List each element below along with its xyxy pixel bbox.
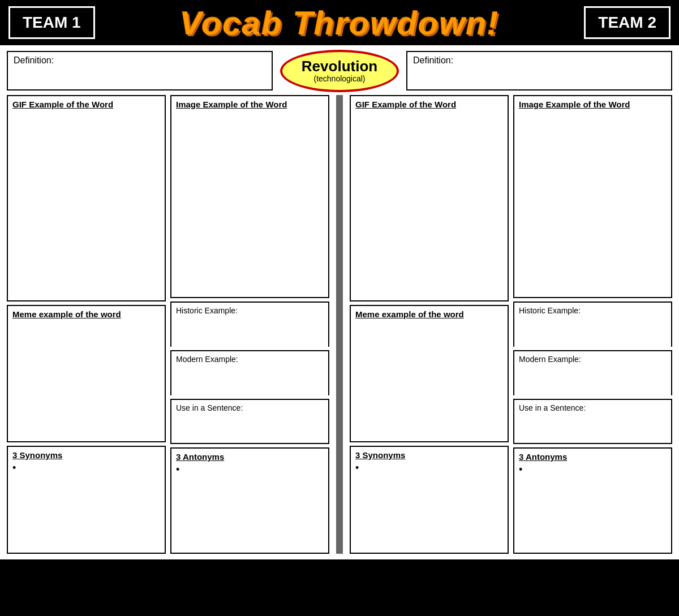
team1-left-col: GIF Example of the Word Meme example of … bbox=[7, 95, 166, 554]
team1-antonyms-cell[interactable]: 3 Antonyms bbox=[170, 447, 329, 554]
team2-meme-label: Meme example of the word bbox=[355, 309, 503, 319]
team1-synonym-1 bbox=[12, 462, 160, 474]
team1-modern-cell[interactable]: Modern Example: bbox=[170, 350, 329, 395]
team1-synonyms-label: 3 Synonyms bbox=[12, 450, 160, 460]
team2-sentence-label: Use in a Sentence: bbox=[519, 403, 586, 412]
word-subtitle: (technological) bbox=[313, 74, 365, 83]
word-oval: Revolution (technological) bbox=[280, 50, 399, 92]
team2-right-col: Image Example of the Word Historic Examp… bbox=[513, 95, 672, 554]
team1-modern-label: Modern Example: bbox=[176, 355, 238, 364]
team2-antonyms-list bbox=[519, 464, 667, 476]
team1-image-label: Image Example of the Word bbox=[176, 100, 324, 109]
team2-synonyms-label: 3 Synonyms bbox=[355, 450, 503, 460]
team2-antonyms-cell[interactable]: 3 Antonyms bbox=[513, 447, 672, 554]
team2-synonyms-list bbox=[355, 462, 503, 474]
word-oval-container: Revolution (technological) bbox=[277, 50, 402, 92]
team1-image-cell[interactable]: Image Example of the Word bbox=[170, 95, 329, 298]
team1-gif-label: GIF Example of the Word bbox=[12, 100, 160, 109]
team2-historic-label: Historic Example: bbox=[519, 306, 581, 315]
team1-antonyms-label: 3 Antonyms bbox=[176, 452, 324, 462]
team1-definition-box[interactable]: Definition: bbox=[7, 51, 273, 91]
team1-badge: TEAM 1 bbox=[8, 6, 95, 39]
team1-right-col: Image Example of the Word Historic Examp… bbox=[170, 95, 329, 554]
team2-gif-label: GIF Example of the Word bbox=[355, 100, 503, 109]
main-grid: GIF Example of the Word Meme example of … bbox=[7, 95, 672, 554]
team2-modern-cell[interactable]: Modern Example: bbox=[513, 350, 672, 395]
header: TEAM 1 Vocab Throwdown! TEAM 2 bbox=[0, 0, 679, 45]
team1-antonym-1 bbox=[176, 464, 324, 476]
team1-synonyms-cell[interactable]: 3 Synonyms bbox=[7, 446, 166, 554]
page-title: Vocab Throwdown! bbox=[95, 4, 585, 42]
team1-gif-cell[interactable]: GIF Example of the Word bbox=[7, 95, 166, 301]
team1-antonyms-list bbox=[176, 464, 324, 476]
team1-sentence-label: Use in a Sentence: bbox=[176, 403, 243, 412]
team2-historic-cell[interactable]: Historic Example: bbox=[513, 301, 672, 347]
team2-meme-cell[interactable]: Meme example of the word bbox=[350, 305, 509, 442]
team2-sentence-cell[interactable]: Use in a Sentence: bbox=[513, 399, 672, 444]
team2-left-col: GIF Example of the Word Meme example of … bbox=[350, 95, 509, 554]
team1-meme-label: Meme example of the word bbox=[12, 309, 160, 319]
team1-synonyms-list bbox=[12, 462, 160, 474]
team2-definition-box[interactable]: Definition: bbox=[406, 51, 672, 91]
team2-gif-cell[interactable]: GIF Example of the Word bbox=[350, 95, 509, 301]
team1-historic-cell[interactable]: Historic Example: bbox=[170, 301, 329, 347]
team2-image-cell[interactable]: Image Example of the Word bbox=[513, 95, 672, 298]
footer-bar bbox=[0, 559, 679, 616]
team2-synonym-1 bbox=[355, 462, 503, 474]
word-title: Revolution bbox=[302, 58, 377, 75]
team2-modern-label: Modern Example: bbox=[519, 355, 581, 364]
team1-meme-cell[interactable]: Meme example of the word bbox=[7, 305, 166, 442]
team2-antonyms-label: 3 Antonyms bbox=[519, 452, 667, 462]
center-divider bbox=[334, 95, 345, 554]
team2-definition-label: Definition: bbox=[413, 55, 453, 65]
team1-definition-label: Definition: bbox=[14, 55, 54, 65]
team2-antonym-1 bbox=[519, 464, 667, 476]
team2-image-label: Image Example of the Word bbox=[519, 100, 667, 109]
team2-synonyms-cell[interactable]: 3 Synonyms bbox=[350, 446, 509, 554]
content-area: Definition: Revolution (technological) D… bbox=[0, 45, 679, 559]
team1-sentence-cell[interactable]: Use in a Sentence: bbox=[170, 399, 329, 444]
team1-label: TEAM 1 bbox=[23, 14, 81, 31]
definition-row: Definition: Revolution (technological) D… bbox=[7, 51, 672, 91]
divider-line bbox=[336, 95, 343, 554]
team2-badge: TEAM 2 bbox=[584, 6, 671, 39]
team2-label: TEAM 2 bbox=[598, 14, 656, 31]
team1-historic-label: Historic Example: bbox=[176, 306, 238, 315]
